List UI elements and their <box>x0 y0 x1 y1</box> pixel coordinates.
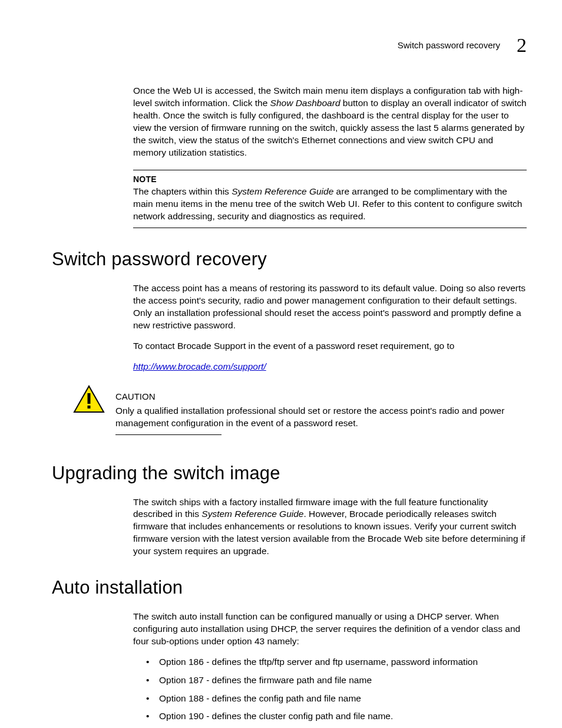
caution-content: CAUTION Only a qualified installation pr… <box>115 384 527 435</box>
running-header: Switch password recovery 2 <box>52 35 527 55</box>
chapter-number: 2 <box>517 35 527 55</box>
running-header-title: Switch password recovery <box>398 39 500 51</box>
s2-text-i: System Reference Guide <box>201 509 303 519</box>
note-text-i: System Reference Guide <box>232 186 333 196</box>
list-item: Option 186 - defines the tftp/ftp server… <box>146 656 527 668</box>
svg-rect-2 <box>88 406 91 409</box>
caution-body: Only a qualified installation profession… <box>115 405 527 430</box>
note-block: NOTE The chapters within this System Ref… <box>133 170 527 229</box>
svg-rect-1 <box>88 393 91 404</box>
note-label: NOTE <box>133 174 527 185</box>
heading-upgrading-switch-image: Upgrading the switch image <box>52 461 527 486</box>
caution-rule <box>115 434 222 435</box>
heading-switch-password-recovery: Switch password recovery <box>52 247 527 272</box>
s1-p1: The access point has a means of restorin… <box>133 282 527 332</box>
list-item: Option 187 - defines the firmware path a… <box>146 674 527 687</box>
support-link[interactable]: http://www.brocade.com/support/ <box>133 361 266 371</box>
intro-paragraph: Once the Web UI is accessed, the Switch … <box>133 85 527 159</box>
s1-p2: To contact Brocade Support in the event … <box>133 340 527 353</box>
page: Switch password recovery 2 Once the Web … <box>0 0 562 728</box>
caution-block: CAUTION Only a qualified installation pr… <box>73 384 527 435</box>
s2-body: The switch ships with a factory installe… <box>133 496 527 558</box>
s3-bullets: Option 186 - defines the tftp/ftp server… <box>146 656 527 723</box>
caution-icon <box>73 385 105 417</box>
note-text-a: The chapters within this <box>133 186 232 196</box>
caution-label: CAUTION <box>115 391 527 403</box>
note-body: The chapters within this System Referenc… <box>133 186 527 223</box>
s3-body: The switch auto install function can be … <box>133 611 527 723</box>
s3-p1: The switch auto install function can be … <box>133 611 527 648</box>
intro-show-dashboard: Show Dashboard <box>270 98 340 108</box>
list-item: Option 190 - defines the cluster config … <box>146 710 527 723</box>
s1-body: The access point has a means of restorin… <box>133 282 527 373</box>
list-item: Option 188 - defines the config path and… <box>146 693 527 705</box>
heading-auto-installation: Auto installation <box>52 575 527 600</box>
